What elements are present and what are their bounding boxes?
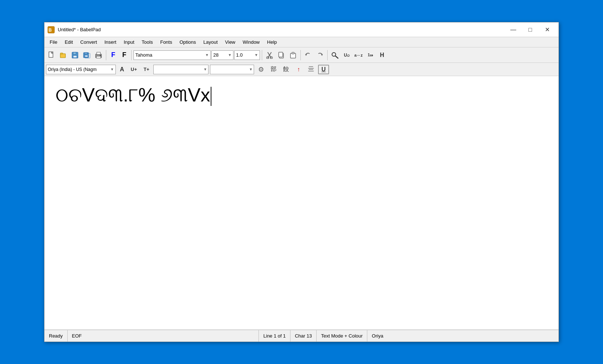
svg-point-17 <box>100 55 101 56</box>
redo-button[interactable] <box>314 50 325 60</box>
menu-view[interactable]: View <box>221 38 239 46</box>
numbering-button[interactable]: 1₂₃ <box>365 50 376 60</box>
svg-marker-27 <box>321 54 323 56</box>
separator-1 <box>106 50 106 60</box>
menu-layout[interactable]: Layout <box>200 38 221 46</box>
status-eof: EOF <box>68 330 259 342</box>
replace-button[interactable]: a↔z <box>353 50 364 60</box>
toolbar-main: F F Tahoma ▼ 28 ▼ 1.0 ▼ <box>44 47 559 63</box>
open-button[interactable] <box>58 50 69 60</box>
line-spacing-value: 1.0 <box>236 52 243 58</box>
transliterate-button[interactable]: T+ <box>141 65 152 74</box>
menu-window[interactable]: Window <box>239 38 263 46</box>
status-bar: Ready EOF Line 1 of 1 Char 13 Text Mode … <box>44 330 559 342</box>
menu-input[interactable]: Input <box>120 38 138 46</box>
separator-5 <box>327 50 328 60</box>
status-ready: Ready <box>44 330 68 342</box>
text-editor[interactable]: ଠଚVଦ୩.୮% ୬୩Vx <box>44 76 559 330</box>
font-size-selector[interactable]: 28 ▼ <box>211 50 233 60</box>
maximize-button[interactable]: □ <box>522 24 539 35</box>
input2-arrow[interactable]: ▼ <box>249 67 253 71</box>
save-button[interactable] <box>69 50 81 60</box>
cjk-button-3[interactable]: 亖 <box>306 65 317 74</box>
line-spacing-arrow: ▼ <box>254 53 258 57</box>
svg-rect-8 <box>73 52 76 54</box>
svg-rect-16 <box>96 56 101 58</box>
status-lang: Oriya <box>367 330 559 342</box>
text-cursor <box>211 87 211 106</box>
cjk-button-2[interactable]: 餃 <box>281 65 292 74</box>
text-line-1: ଠଚVଦ୩.୮% ୬୩Vx <box>56 84 210 106</box>
svg-text:B: B <box>49 28 52 33</box>
status-char: Char 13 <box>290 330 317 342</box>
input-field-2-container: ▼ <box>210 65 254 74</box>
menu-tools[interactable]: Tools <box>138 38 156 46</box>
settings-button[interactable]: ⚙ <box>256 65 267 74</box>
new-button[interactable] <box>46 50 57 60</box>
font-black-button[interactable]: F <box>119 50 129 60</box>
menu-insert[interactable]: Insert <box>101 38 120 46</box>
separator-4 <box>300 50 301 60</box>
separator-2 <box>131 50 132 60</box>
svg-rect-15 <box>97 52 100 54</box>
save-all-button[interactable] <box>81 50 92 60</box>
window-controls: — □ ✕ <box>505 24 556 35</box>
font-name-value: Tahoma <box>135 52 152 58</box>
language-arrow: ▼ <box>110 67 114 71</box>
menu-edit[interactable]: Edit <box>61 38 76 46</box>
special-button[interactable]: H <box>377 50 388 60</box>
menu-file[interactable]: File <box>46 38 61 46</box>
rtl-button[interactable]: ↑ <box>293 65 304 74</box>
input-field-1[interactable] <box>153 65 208 74</box>
close-button[interactable]: ✕ <box>539 24 556 35</box>
unicode-input-button[interactable]: U+ <box>128 65 140 74</box>
menu-options[interactable]: Options <box>176 38 200 46</box>
underline-button[interactable]: U <box>318 65 329 74</box>
undo-button[interactable] <box>303 50 314 60</box>
find-button[interactable] <box>329 50 340 60</box>
app-icon: B <box>47 26 55 33</box>
find-unicode-button[interactable]: U⌕ <box>341 50 352 60</box>
status-line: Line 1 of 1 <box>259 330 290 342</box>
main-window: B Untitled* - BabelPad — □ ✕ File Edit C… <box>44 22 559 342</box>
menu-help[interactable]: Help <box>263 38 281 46</box>
window-title: Untitled* - BabelPad <box>58 27 505 32</box>
svg-rect-5 <box>60 54 65 58</box>
minimize-button[interactable]: — <box>505 24 522 35</box>
font-name-arrow: ▼ <box>205 53 209 57</box>
svg-rect-6 <box>60 53 63 54</box>
cut-button[interactable] <box>264 50 275 60</box>
menu-fonts[interactable]: Fonts <box>157 38 176 46</box>
svg-marker-26 <box>305 54 307 56</box>
font-size-arrow: ▼ <box>228 53 232 57</box>
cjk-button-1[interactable]: 部 <box>268 65 279 74</box>
separator-3 <box>262 50 262 60</box>
toolbar-secondary: Oriya (India) - US (Nagm ▼ A U+ T+ ▼ ▼ ⚙… <box>44 63 559 76</box>
status-mode: Text Mode + Colour <box>317 330 367 342</box>
language-selector[interactable]: Oriya (India) - US (Nagm ▼ <box>46 65 116 74</box>
paste-button[interactable] <box>288 50 299 60</box>
editor-content[interactable]: ଠଚVଦ୩.୮% ୬୩Vx <box>56 83 547 106</box>
svg-rect-23 <box>279 52 283 57</box>
font-name-selector[interactable]: Tahoma ▼ <box>133 50 211 60</box>
svg-line-29 <box>335 56 338 58</box>
menu-convert[interactable]: Convert <box>76 38 101 46</box>
svg-rect-9 <box>73 56 77 58</box>
font-size-value: 28 <box>213 52 218 58</box>
title-bar: B Untitled* - BabelPad — □ ✕ <box>44 22 559 37</box>
svg-point-28 <box>332 53 336 56</box>
input1-arrow[interactable]: ▼ <box>203 67 207 71</box>
input-field-2[interactable] <box>210 65 254 74</box>
copy-button[interactable] <box>276 50 287 60</box>
menu-bar: File Edit Convert Insert Input Tools Fon… <box>44 37 559 47</box>
input-field-1-container: ▼ <box>153 65 208 74</box>
font-blue-button[interactable]: F <box>108 50 118 60</box>
line-spacing-selector[interactable]: 1.0 ▼ <box>234 50 260 60</box>
svg-rect-25 <box>292 52 294 54</box>
print-button[interactable] <box>93 50 104 60</box>
char-map-button[interactable]: A <box>117 65 127 74</box>
language-value: Oriya (India) - US (Nagm <box>48 67 97 72</box>
